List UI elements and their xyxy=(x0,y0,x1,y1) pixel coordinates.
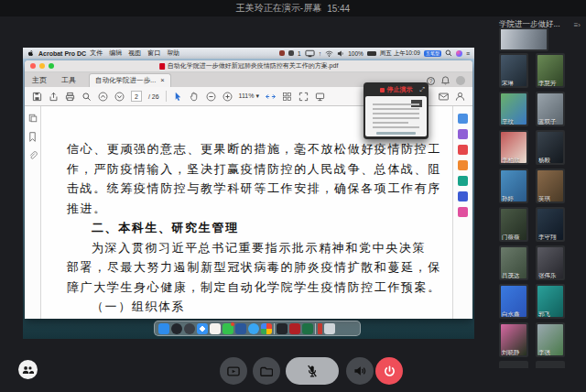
participant-tile[interactable]: 吕茂达 xyxy=(499,245,528,280)
close-tab-icon[interactable]: × xyxy=(160,74,164,87)
control-center-icon[interactable]: ≡ xyxy=(466,50,470,57)
print-icon[interactable] xyxy=(65,92,75,102)
stop-share-window[interactable]: 停止演示 ⤢ xyxy=(364,82,429,139)
zoom-out-icon[interactable] xyxy=(206,92,216,102)
status-icon-b[interactable] xyxy=(288,50,294,56)
tool-icon[interactable] xyxy=(458,114,468,124)
spotlight-search-icon[interactable] xyxy=(445,49,452,57)
tool-icon[interactable] xyxy=(458,176,468,186)
zoom-window-button[interactable] xyxy=(49,63,54,69)
wifi-icon[interactable] xyxy=(325,50,333,57)
presentation-icon[interactable] xyxy=(315,92,325,102)
tab-document[interactable]: 自动化学院进一步... × xyxy=(89,73,171,87)
tool-icon[interactable] xyxy=(458,160,468,170)
participant-name: 辛玟 xyxy=(502,119,514,125)
dock-icon[interactable] xyxy=(197,323,208,334)
dock-icon[interactable] xyxy=(222,323,233,334)
participant-tile-partial[interactable] xyxy=(499,361,528,368)
save-icon[interactable] xyxy=(32,92,42,102)
next-page-icon[interactable] xyxy=(114,92,125,102)
upload-arrow-icon[interactable]: ↑ xyxy=(319,50,322,57)
dock-icon[interactable] xyxy=(315,323,316,334)
tab-tools[interactable]: 工具 xyxy=(54,73,83,87)
notifications-bell-icon[interactable] xyxy=(441,76,450,85)
tool-icon[interactable] xyxy=(458,129,468,139)
participants-logo-button[interactable] xyxy=(18,360,38,379)
layout-toggle-icon[interactable]: ≡› xyxy=(574,21,581,29)
dock-icon[interactable] xyxy=(248,323,259,334)
participant-tile-partial[interactable] xyxy=(536,361,565,368)
dock-icon[interactable] xyxy=(274,323,275,334)
select-cursor-icon[interactable] xyxy=(173,92,183,102)
account-avatar[interactable] xyxy=(456,76,465,85)
participant-tile[interactable]: 李慧芳 xyxy=(536,53,565,88)
leave-meeting-button[interactable] xyxy=(375,357,403,385)
status-icon-a[interactable] xyxy=(279,50,285,56)
mail-icon[interactable] xyxy=(439,92,449,102)
display-mirroring-icon[interactable] xyxy=(305,49,315,59)
participant-tile[interactable]: 英琪 xyxy=(536,169,565,203)
dock-icon[interactable] xyxy=(184,323,195,334)
menubar-menu-item[interactable]: 视图 xyxy=(128,49,141,58)
participant-tile[interactable]: 蓝双子 xyxy=(536,92,565,126)
dock-icon[interactable] xyxy=(171,323,182,334)
dock-icon[interactable] xyxy=(289,323,300,334)
participant-tile[interactable]: 辛玟 xyxy=(499,92,528,126)
previous-page-icon[interactable] xyxy=(98,92,108,102)
hand-tool-icon[interactable] xyxy=(190,92,200,102)
screen-share-thumbnail[interactable] xyxy=(499,27,548,51)
participant-tile[interactable]: 门薇薇 xyxy=(499,207,528,242)
microphone-button[interactable] xyxy=(286,357,339,385)
dock-icon[interactable] xyxy=(235,323,246,334)
siri-icon[interactable] xyxy=(456,50,462,57)
bookmarks-panel-icon[interactable] xyxy=(28,132,37,142)
participant-tile[interactable]: 李守翔 xyxy=(536,207,565,242)
minimize-window-button[interactable] xyxy=(39,63,45,69)
tool-icon[interactable] xyxy=(458,145,468,155)
tool-icon[interactable] xyxy=(458,207,468,217)
page-number-input[interactable]: 2 xyxy=(131,91,142,102)
camera-toggle-button[interactable] xyxy=(220,357,247,385)
dock-icon[interactable] xyxy=(302,323,313,334)
menubar-menu-item[interactable]: 帮助 xyxy=(167,49,179,58)
menubar-menu-item[interactable]: 文件 xyxy=(90,49,103,58)
attachments-panel-icon[interactable] xyxy=(28,151,38,160)
tab-home[interactable]: 主页 xyxy=(25,73,54,87)
tool-icon[interactable] xyxy=(458,191,468,201)
participant-tile[interactable]: 李柏欣 xyxy=(499,130,528,165)
stop-share-button[interactable]: 停止演示 xyxy=(387,85,413,94)
speaker-button[interactable] xyxy=(346,357,374,385)
zoom-in-icon[interactable] xyxy=(222,92,233,102)
dock-icon[interactable] xyxy=(210,323,221,334)
participant-tile[interactable]: 张伟乐 xyxy=(536,245,565,280)
participant-tile[interactable]: 郭飞 xyxy=(536,284,565,319)
participant-tile[interactable]: 孙婷 xyxy=(499,169,528,203)
dock-icon[interactable] xyxy=(158,323,169,334)
participant-tile[interactable]: 白永鑫 xyxy=(499,284,528,319)
sign-person-icon[interactable] xyxy=(455,92,465,102)
menubar-clock[interactable]: 周五 上午10:09 xyxy=(380,49,420,58)
dock-icon[interactable] xyxy=(324,323,335,334)
dock-icon[interactable] xyxy=(318,323,322,334)
zoom-level-select[interactable]: 111% ▾ xyxy=(239,93,259,100)
page-thumbnails-icon[interactable] xyxy=(282,92,292,102)
search-icon[interactable] xyxy=(81,92,92,102)
expand-icon[interactable]: ⤢ xyxy=(419,86,425,93)
participant-tile[interactable]: 李强 xyxy=(536,322,565,357)
menubar-menu-item[interactable]: 编辑 xyxy=(109,49,122,58)
input-method-badge[interactable]: 五笔型 xyxy=(424,50,441,57)
participant-tile[interactable]: 宋琳 xyxy=(499,53,528,88)
close-window-button[interactable] xyxy=(30,63,36,69)
fullscreen-icon[interactable] xyxy=(298,92,309,102)
dock-icon[interactable] xyxy=(261,323,272,334)
participant-tile[interactable]: 杨毅 xyxy=(536,130,565,165)
share-content-button[interactable] xyxy=(253,357,280,385)
acrobat-titlebar[interactable]: 自动化学院进一步做好新冠肺炎疫情防控有关工作的方案.pdf xyxy=(25,60,472,72)
menubar-menu-item[interactable]: 窗口 xyxy=(147,49,160,58)
fit-width-icon[interactable] xyxy=(266,92,276,102)
share-icon[interactable] xyxy=(49,92,59,102)
page-thumbnails-panel-icon[interactable] xyxy=(28,114,38,123)
participant-tile[interactable]: 刘晓静 xyxy=(499,322,528,357)
volume-icon[interactable] xyxy=(337,50,344,57)
dock-icon[interactable] xyxy=(277,323,288,334)
